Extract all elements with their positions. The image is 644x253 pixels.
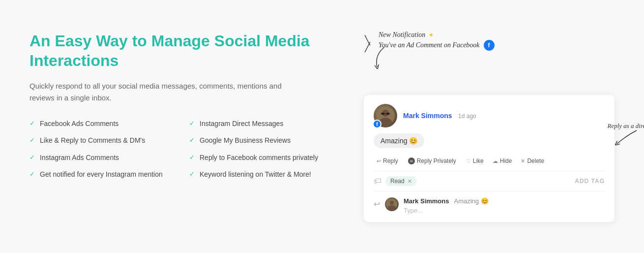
notification-annotation: ╲╱ New Notification ✦ You've an Ad Comme… [379,31,615,51]
check-icon: ✓ [29,120,35,127]
sparkle-icon: ✦ [428,31,434,39]
svg-text:✉: ✉ [410,159,413,163]
feature-text: Like & Reply to Comments & DM's [40,135,145,145]
delete-button[interactable]: ✕ Delete [518,156,547,166]
feature-text: Google My Business Reviews [200,135,291,145]
comment-bubble: Amazing 😊 [374,133,424,148]
tag-remove-icon[interactable]: ✕ [408,178,412,185]
new-notification-line: New Notification ✦ [379,31,615,39]
comment-time: 1d ago [458,113,476,120]
reply-user-row: Mark Simmons Amazing 😊 [404,197,489,205]
comment-user-name: Mark Simmons [403,112,452,120]
reply-user-name: Mark Simmons [404,197,449,205]
curved-arrow-icon [370,45,399,69]
feature-text: Instagram Ads Comments [40,153,119,162]
check-icon: ✓ [189,170,195,178]
feature-item-f6: ✓ Reply to Facebook comments privately [189,153,334,162]
tag-label: Read [390,178,405,185]
reply-label: Reply [383,158,398,164]
avatar-wrap: f [374,104,397,127]
reply-privately-icon: ✉ [408,158,415,164]
features-grid: ✓ Facebook Ads Comments ✓ Instagram Dire… [29,119,334,179]
add-tag-button[interactable]: ADD TAG [575,178,605,185]
right-panel: ╲╱ New Notification ✦ You've an Ad Comme… [364,31,615,222]
check-icon: ✓ [29,170,35,178]
tag-icon: 🏷 [374,177,381,186]
feature-text: Instagram Direct Messages [200,119,283,128]
reply-preview-text: Amazing 😊 [454,197,488,205]
delete-label: Delete [527,158,544,164]
svg-point-9 [390,201,394,205]
left-panel: An Easy Way to Manage Social Media Inter… [29,31,334,179]
feature-text: Reply to Facebook comments privately [200,153,318,162]
like-label: Like [473,158,484,164]
hide-icon: ☁ [493,158,498,164]
hide-button[interactable]: ☁ Hide [490,156,515,166]
check-icon: ✓ [189,120,195,127]
feature-item-f1: ✓ Facebook Ads Comments [29,119,175,128]
comment-text-content: Amazing 😊 [381,137,417,145]
subtitle: Quickly respond to all your social media… [29,80,285,104]
feature-item-f3: ✓ Like & Reply to Comments & DM's [29,135,175,145]
hide-label: Hide [500,158,512,164]
comment-meta: Mark Simmons 1d ago [403,111,605,120]
reply-avatar [385,197,399,211]
like-icon: ♡ [466,158,471,164]
ad-comment-line: You've an Ad Comment on Facebook f [379,40,615,51]
avatar-fb-badge: f [373,120,381,128]
page-container: An Easy Way to Manage Social Media Inter… [29,31,615,222]
tag-pill[interactable]: Read ✕ [385,176,417,186]
feature-item-f2: ✓ Instagram Direct Messages [189,119,334,128]
new-notif-label: New Notification [379,31,425,39]
check-icon: ✓ [189,136,195,144]
facebook-icon: f [484,40,495,51]
tag-left: 🏷 Read ✕ [374,176,417,186]
svg-rect-3 [381,113,384,115]
comment-actions: ↩ Reply ✉ Reply Privately ♡ Like [374,151,605,171]
tag-row: 🏷 Read ✕ ADD TAG [374,171,605,191]
feature-item-f7: ✓ Get notified for every Instagram menti… [29,169,175,179]
reply-area-arrow-icon: ↩ [374,199,380,209]
reply-icon: ↩ [377,158,381,164]
reply-avatar-image [386,199,397,210]
check-icon: ✓ [29,154,35,161]
comment-header: f Mark Simmons 1d ago [374,104,605,127]
delete-icon: ✕ [521,158,525,164]
check-icon: ✓ [29,136,35,144]
reply-area: ↩ Mark Simmons Amazing 😊 Type... [374,191,605,222]
feature-text: Keyword listening on Twitter & More! [200,169,311,179]
type-placeholder[interactable]: Type... [404,205,489,216]
svg-rect-4 [386,113,390,115]
like-button[interactable]: ♡ Like [463,156,487,166]
feature-item-f5: ✓ Instagram Ads Comments [29,153,175,162]
feature-text: Facebook Ads Comments [40,119,118,128]
reply-meta: Mark Simmons Amazing 😊 Type... [404,197,489,216]
reply-privately-button[interactable]: ✉ Reply Privately [404,156,460,166]
message-icon: ✉ [409,158,414,163]
feature-text: Get notified for every Instagram mention [40,169,163,179]
reply-privately-label: Reply Privately [417,158,456,164]
comment-card: Reply as a direct message [364,95,615,222]
reply-button[interactable]: ↩ Reply [374,156,401,166]
reply-dm-arrow-icon [612,128,642,148]
check-icon: ✓ [189,154,195,161]
reply-as-dm-annotation: Reply as a direct message [607,122,644,150]
page-title: An Easy Way to Manage Social Media Inter… [29,31,334,70]
feature-item-f8: ✓ Keyword listening on Twitter & More! [189,169,334,179]
feature-item-f4: ✓ Google My Business Reviews [189,135,334,145]
